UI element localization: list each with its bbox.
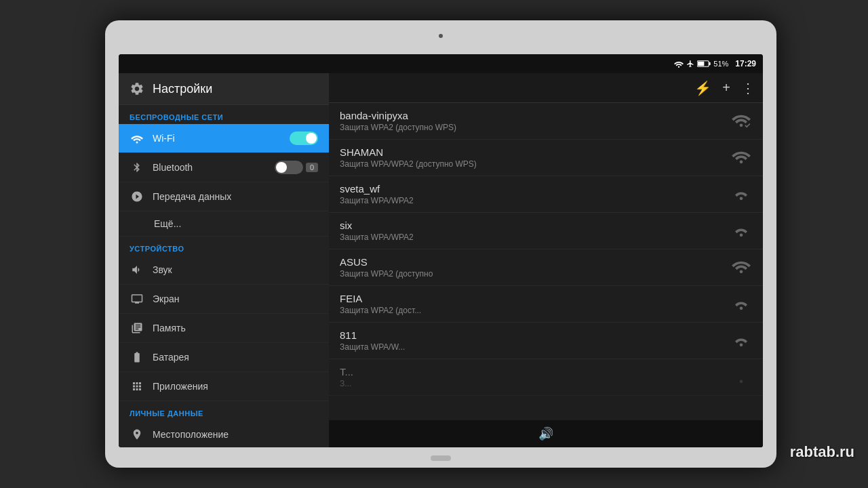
watermark: rabtab.ru (790, 443, 854, 461)
network-item-0[interactable]: banda-vinipyxa Защита WPA2 (доступно WPS… (329, 103, 763, 140)
network-info-2: sveta_wf Защита WPA/WPA2 (340, 183, 730, 205)
battery-percent: 51% (713, 60, 728, 68)
svg-point-10 (740, 306, 743, 310)
settings-gear-icon (130, 81, 144, 96)
wifi-status-icon (674, 60, 684, 68)
network-desc-0: Защита WPA2 (доступно WPS) (340, 123, 730, 132)
svg-point-12 (740, 380, 743, 383)
svg-point-4 (136, 142, 138, 144)
airplane-icon (686, 60, 694, 68)
network-info-4: ASUS Защита WPA2 (доступно (340, 256, 730, 279)
sidebar-item-wifi[interactable]: Wi-Fi (119, 124, 329, 153)
action-bar: ⚡ + ⋮ (329, 73, 763, 103)
network-wifi-icon-1 (730, 147, 752, 169)
network-name-2: sveta_wf (340, 183, 730, 195)
section-wireless: БЕСПРОВОДНЫЕ СЕТИ (119, 108, 329, 124)
sidebar-item-data[interactable]: Передача данных (119, 182, 329, 211)
data-icon (130, 189, 144, 204)
sidebar-item-battery[interactable]: Батарея (119, 343, 329, 372)
tablet-camera (439, 34, 443, 38)
network-info-3: six Защита WPA/WPA2 (340, 220, 730, 242)
status-time: 17:29 (735, 59, 756, 68)
bluetooth-label: Bluetooth (153, 162, 275, 173)
network-wifi-icon-3 (730, 220, 752, 242)
network-desc-2: Защита WPA/WPA2 (340, 196, 730, 205)
sound-label: Звук (153, 264, 318, 275)
network-item-7[interactable]: T... З... (329, 359, 763, 396)
flash-icon[interactable]: ⚡ (694, 80, 711, 96)
status-icons: 51% 17:29 (674, 59, 756, 68)
network-wifi-icon-0 (730, 110, 752, 132)
network-desc-1: Защита WPA/WPA2 (доступно WPS) (340, 159, 730, 169)
sidebar-item-more[interactable]: Ещё... (119, 211, 329, 237)
battery-label: Батарея (153, 352, 318, 363)
network-desc-3: Защита WPA/WPA2 (340, 232, 730, 242)
svg-point-5 (740, 123, 743, 127)
wifi-label: Wi-Fi (153, 133, 290, 144)
network-item-3[interactable]: six Защита WPA/WPA2 (329, 213, 763, 249)
sidebar-item-apps[interactable]: Приложения (119, 372, 329, 401)
tablet: 51% 17:29 Настройки (105, 20, 776, 468)
section-device: УСТРОЙСТВО (119, 239, 329, 256)
network-desc-4: Защита WPA2 (доступно (340, 269, 730, 279)
svg-point-8 (740, 233, 743, 237)
location-label: Местоположение (153, 429, 318, 440)
network-name-6: 811 (340, 329, 730, 341)
network-item-5[interactable]: FEIA Защита WPA2 (дост... (329, 286, 763, 323)
network-wifi-icon-6 (730, 330, 752, 352)
network-name-4: ASUS (340, 256, 730, 268)
sidebar-item-bluetooth[interactable]: Bluetooth 0 (119, 153, 329, 182)
network-info-6: 811 Защита WPA/W... (340, 329, 730, 352)
sidebar-item-sound[interactable]: Звук (119, 256, 329, 285)
sidebar: Настройки БЕСПРОВОДНЫЕ СЕТИ (119, 73, 329, 447)
add-icon[interactable]: + (722, 80, 730, 96)
tablet-home-button[interactable] (431, 455, 451, 461)
network-item-4[interactable]: ASUS Защита WPA2 (доступно (329, 249, 763, 286)
sound-icon (130, 262, 144, 277)
network-wifi-icon-4 (730, 257, 752, 279)
wifi-toggle[interactable] (290, 131, 318, 145)
network-wifi-icon-2 (730, 184, 752, 205)
sidebar-item-location[interactable]: Местоположение (119, 420, 329, 447)
svg-rect-3 (698, 62, 704, 66)
battery-icon (130, 350, 144, 365)
more-icon[interactable]: ⋮ (741, 80, 755, 96)
svg-point-0 (678, 66, 679, 68)
network-item-1[interactable]: SHAMAN Защита WPA/WPA2 (доступно WPS) (329, 140, 763, 176)
main-content: Настройки БЕСПРОВОДНЫЕ СЕТИ (119, 73, 763, 447)
content-panel: ⚡ + ⋮ banda-vinipyxa Защита WPA2 (доступ… (329, 73, 763, 447)
sidebar-item-display[interactable]: Экран (119, 285, 329, 314)
display-icon (130, 291, 144, 306)
settings-header: Настройки (119, 73, 329, 105)
volume-button[interactable]: 🔊 (538, 426, 553, 441)
battery-status-icon (697, 60, 711, 68)
network-info-7: T... З... (340, 366, 730, 388)
settings-title: Настройки (153, 82, 212, 96)
memory-label: Память (153, 323, 318, 333)
network-wifi-icon-5 (730, 293, 752, 315)
network-item-2[interactable]: sveta_wf Защита WPA/WPA2 (329, 176, 763, 213)
bluetooth-toggle-thumb (276, 162, 287, 173)
apps-label: Приложения (153, 381, 318, 392)
more-label: Ещё... (154, 218, 318, 229)
wifi-toggle-thumb (306, 133, 317, 144)
bluetooth-toggle[interactable] (275, 161, 303, 174)
network-desc-5: Защита WPA2 (дост... (340, 306, 730, 315)
network-name-1: SHAMAN (340, 146, 730, 158)
tablet-screen: 51% 17:29 Настройки (119, 54, 763, 447)
network-name-3: six (340, 220, 730, 231)
network-item-6[interactable]: 811 Защита WPA/W... (329, 323, 763, 359)
status-bar: 51% 17:29 (119, 54, 763, 73)
svg-rect-2 (709, 62, 711, 65)
sidebar-item-memory[interactable]: Память (119, 314, 329, 343)
network-info-0: banda-vinipyxa Защита WPA2 (доступно WPS… (340, 110, 730, 132)
svg-point-9 (740, 270, 743, 273)
network-info-5: FEIA Защита WPA2 (дост... (340, 293, 730, 315)
memory-icon (130, 321, 144, 336)
bluetooth-icon (130, 160, 144, 175)
bottom-nav: 🔊 (329, 420, 763, 447)
network-name-0: banda-vinipyxa (340, 110, 730, 121)
svg-point-7 (740, 197, 743, 200)
network-name-5: FEIA (340, 293, 730, 304)
photo-frame: 51% 17:29 Настройки (0, 0, 868, 488)
